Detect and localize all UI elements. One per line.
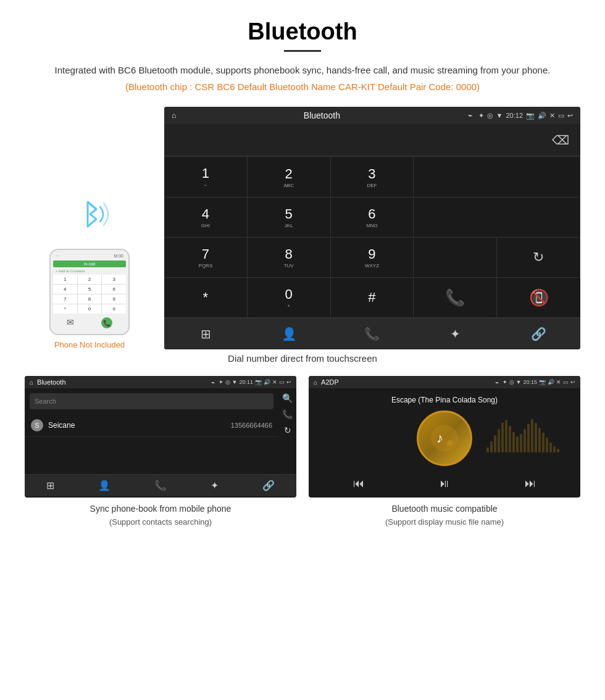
svg-line-0 <box>88 202 96 209</box>
x-icon: ✕ <box>549 112 555 120</box>
screen-top-bar: ⌂ Bluetooth ⌁ ✦ ◎ ▼ 20:12 📷 🔊 ✕ ▭ ↩ <box>164 107 580 124</box>
call-red-button[interactable]: 📵 <box>497 278 580 318</box>
back-icon[interactable]: ↩ <box>567 112 573 120</box>
pb-back-icon[interactable]: ↩ <box>286 379 291 385</box>
bluetooth-music-icon: ♪ ❋ <box>429 423 460 454</box>
phonebook-screen: ⌂ Bluetooth ⌁ ✦ ◎ ▼ 20:11 📷 🔊 ✕ ▭ ↩ <box>25 376 296 498</box>
camera-icon: 📷 <box>526 112 535 120</box>
contact-row[interactable]: S Seicane 13566664466 <box>25 414 278 437</box>
music-content: Escape (The Pina Colada Song) <box>309 388 580 498</box>
key-8[interactable]: 8TUV <box>248 238 331 278</box>
refresh-button[interactable]: ↻ <box>497 238 580 278</box>
mu-loc-icon: ◎ <box>509 379 514 385</box>
svg-rect-6 <box>505 420 507 452</box>
mu-back-icon[interactable]: ↩ <box>570 379 575 385</box>
mu-sig-icon: ▼ <box>516 379 522 385</box>
svg-rect-2 <box>490 441 493 452</box>
keypad-grid: 1⌣ 2ABC 3DEF 4GHI 5JKL 6MNO 7PQRS 8TUV 9… <box>164 156 580 318</box>
phone-green-header: in-call <box>53 260 126 267</box>
phone-device-mockup: ··· M:00 in-call + Add to Contacts 123 4… <box>49 249 130 335</box>
backspace-button[interactable]: ⌫ <box>547 130 574 150</box>
phone-call-button[interactable]: 📞 <box>101 317 112 328</box>
pb-bt-icon: ✦ <box>219 379 223 385</box>
svg-rect-3 <box>494 435 496 452</box>
key-6[interactable]: 6MNO <box>331 198 414 238</box>
svg-rect-20 <box>557 449 559 452</box>
svg-rect-10 <box>520 434 522 452</box>
pb-refresh-icon[interactable]: ↻ <box>284 425 291 435</box>
window-icon: ▭ <box>558 112 564 120</box>
pb-call-icon[interactable]: 📞 <box>282 409 293 419</box>
key-7[interactable]: 7PQRS <box>164 238 248 278</box>
pb-x-icon: ✕ <box>272 379 277 385</box>
pb-phone-btn[interactable]: 📞 <box>154 480 167 491</box>
call-green-button[interactable]: 📞 <box>414 278 497 318</box>
bluetooth-waves-icon <box>68 190 111 239</box>
pb-bottom-toolbar: ⊞ 👤 📞 ✦ 🔗 <box>25 474 296 496</box>
home-icon[interactable]: ⌂ <box>172 111 176 120</box>
dial-input-row: ⌫ <box>164 124 580 156</box>
phone-mockup-area: ··· M:00 in-call + Add to Contacts 123 4… <box>25 107 154 349</box>
empty-cell-r3c4 <box>414 238 497 278</box>
pb-home-icon[interactable]: ⌂ <box>30 379 33 386</box>
phonebook-caption: Sync phone-book from mobile phone (Suppo… <box>25 502 296 528</box>
phone-not-included-label: Phone Not Included <box>54 340 125 349</box>
key-star[interactable]: * <box>164 278 248 318</box>
dial-screen: ⌂ Bluetooth ⌁ ✦ ◎ ▼ 20:12 📷 🔊 ✕ ▭ ↩ ⌫ 1⌣ <box>164 107 580 349</box>
link-toolbar-btn[interactable]: 🔗 <box>527 325 551 343</box>
key-3[interactable]: 3DEF <box>331 157 414 198</box>
phonebook-screen-block: ⌂ Bluetooth ⌁ ✦ ◎ ▼ 20:11 📷 🔊 ✕ ▭ ↩ <box>25 376 296 528</box>
search-bar[interactable]: Search <box>30 393 273 409</box>
bluetooth-icon-area <box>68 190 111 241</box>
phone-add-contact: + Add to Contacts <box>53 269 126 273</box>
screen-title: Bluetooth <box>182 110 461 120</box>
grid-toolbar-btn[interactable]: ⊞ <box>193 325 218 343</box>
bottom-toolbar: ⊞ 👤 📞 ✦ 🔗 <box>164 318 580 349</box>
svg-rect-7 <box>509 426 511 452</box>
key-9[interactable]: 9WXYZ <box>331 238 414 278</box>
empty-cell-r1c4 <box>414 157 580 198</box>
equalizer-visual <box>486 410 567 460</box>
key-5[interactable]: 5JKL <box>248 198 331 238</box>
next-button[interactable]: ⏭ <box>525 477 536 490</box>
mu-home-icon[interactable]: ⌂ <box>314 379 317 386</box>
pb-contacts-btn[interactable]: 👤 <box>98 480 111 491</box>
svg-rect-16 <box>542 433 544 452</box>
music-screen: ⌂ A2DP ⌁ ✦ ◎ ▼ 20:15 📷 🔊 ✕ ▭ ↩ Escape (T… <box>309 376 580 498</box>
contact-number: 13566664466 <box>231 422 272 429</box>
prev-button[interactable]: ⏮ <box>353 477 364 490</box>
pb-sig-icon: ▼ <box>232 379 238 385</box>
pb-grid-btn[interactable]: ⊞ <box>46 480 54 491</box>
play-pause-button[interactable]: ⏯ <box>439 477 450 490</box>
mu-usb-icon: ⌁ <box>495 379 499 386</box>
pb-time: 20:11 <box>239 379 253 385</box>
key-2[interactable]: 2ABC <box>248 157 331 198</box>
title-underline <box>284 50 321 52</box>
pb-win-icon: ▭ <box>279 379 285 385</box>
key-1[interactable]: 1⌣ <box>164 157 248 198</box>
mu-title: A2DP <box>321 378 491 386</box>
location-icon: ◎ <box>487 112 493 120</box>
mu-win-icon: ▭ <box>563 379 569 385</box>
pb-link-btn[interactable]: 🔗 <box>262 480 275 491</box>
phone-keypad: 123 456 789 *0# <box>53 275 126 314</box>
contact-name: Seicane <box>48 421 231 430</box>
pb-search-icon[interactable]: 🔍 <box>282 393 293 403</box>
dial-caption: Dial number direct from touchscreen <box>25 353 580 364</box>
svg-rect-5 <box>501 423 504 452</box>
svg-rect-18 <box>549 443 552 452</box>
key-4[interactable]: 4GHI <box>164 198 248 238</box>
key-hash[interactable]: # <box>331 278 414 318</box>
key-0[interactable]: 0+ <box>248 278 331 318</box>
empty-cell-r2c4 <box>414 198 580 238</box>
contacts-toolbar-btn[interactable]: 👤 <box>277 325 301 343</box>
page-title: Bluetooth <box>25 19 580 45</box>
svg-rect-8 <box>512 432 515 452</box>
phone-toolbar-btn[interactable]: 📞 <box>360 325 385 343</box>
phonebook-top-bar: ⌂ Bluetooth ⌁ ✦ ◎ ▼ 20:11 📷 🔊 ✕ ▭ ↩ <box>25 376 296 388</box>
mu-vol-icon: 🔊 <box>548 379 554 385</box>
pb-title: Bluetooth <box>37 378 207 386</box>
pb-vol-icon: 🔊 <box>264 379 270 385</box>
bluetooth-toolbar-btn[interactable]: ✦ <box>443 325 468 343</box>
pb-bt-btn[interactable]: ✦ <box>211 480 219 491</box>
